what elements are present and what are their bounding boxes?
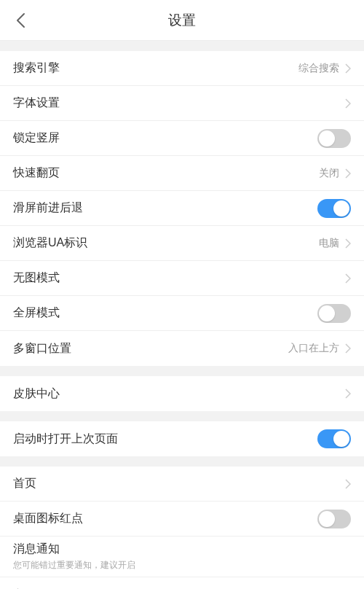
row-skin[interactable]: 皮肤中心 (0, 376, 364, 411)
back-button[interactable] (12, 12, 29, 29)
row-label: 全屏模式 (13, 305, 317, 321)
row-label: 滑屏前进后退 (13, 200, 317, 216)
row-value: 电脑 (319, 237, 339, 250)
chevron-right-icon (345, 479, 351, 489)
toggle-fullscreen[interactable] (317, 304, 351, 323)
row-label: 皮肤中心 (13, 386, 345, 402)
row-lock-portrait: 锁定竖屏 (0, 121, 364, 156)
row-label: 多窗口位置 (13, 341, 288, 356)
row-label: 首页 (13, 476, 345, 491)
settings-group: 皮肤中心 (0, 376, 364, 411)
row-font[interactable]: 字体设置 (0, 86, 364, 121)
row-label: 桌面图标红点 (13, 511, 317, 526)
chevron-right-icon (345, 343, 351, 354)
chevron-right-icon (345, 63, 351, 74)
section-spacer (0, 41, 364, 51)
row-label: 锁定竖屏 (13, 130, 317, 146)
row-sublabel: 您可能错过重要通知，建议开启 (13, 559, 351, 572)
section-spacer (0, 456, 364, 467)
settings-group: 启动时打开上次页面 (0, 421, 364, 456)
row-value: 入口在上方 (288, 342, 339, 355)
row-swipe-nav: 滑屏前进后退 (0, 191, 364, 226)
row-quick-page[interactable]: 快速翻页 关闭 (0, 156, 364, 191)
row-no-image[interactable]: 无图模式 (0, 261, 364, 296)
row-value: 关闭 (319, 167, 339, 180)
page-title: 设置 (0, 11, 364, 30)
row-notifications[interactable]: 消息通知 您可能错过重要通知，建议开启 (0, 537, 364, 577)
toggle-restore-pages[interactable] (317, 429, 351, 448)
section-spacer (0, 411, 364, 421)
toggle-swipe-nav[interactable] (317, 199, 351, 218)
section-spacer (0, 366, 364, 376)
settings-group: 首页 桌面图标红点 消息通知 您可能错过重要通知，建议开启 文件设置 (0, 467, 364, 589)
row-label: 快速翻页 (13, 165, 319, 181)
chevron-right-icon (345, 168, 351, 179)
row-desktop-badge: 桌面图标红点 (0, 502, 364, 537)
row-label: 字体设置 (13, 95, 345, 111)
chevron-right-icon (345, 238, 351, 249)
row-label: 搜索引擎 (13, 61, 298, 76)
row-value: 综合搜索 (298, 62, 339, 75)
row-fullscreen: 全屏模式 (0, 296, 364, 331)
chevron-right-icon (345, 389, 351, 399)
header: 设置 (0, 0, 364, 41)
chevron-left-icon (15, 12, 25, 28)
row-restore-pages: 启动时打开上次页面 (0, 421, 364, 456)
row-label: 消息通知 (13, 542, 351, 557)
toggle-lock-portrait[interactable] (317, 129, 351, 148)
row-file-settings[interactable]: 文件设置 (0, 577, 364, 589)
chevron-right-icon (345, 273, 351, 284)
chevron-right-icon (345, 98, 351, 109)
row-label: 启动时打开上次页面 (13, 432, 317, 447)
row-home[interactable]: 首页 (0, 467, 364, 502)
toggle-desktop-badge[interactable] (317, 510, 351, 528)
row-label: 无图模式 (13, 270, 345, 286)
row-multiwindow[interactable]: 多窗口位置 入口在上方 (0, 331, 364, 366)
row-search-engine[interactable]: 搜索引擎 综合搜索 (0, 51, 364, 86)
row-label: 浏览器UA标识 (13, 235, 319, 251)
row-ua[interactable]: 浏览器UA标识 电脑 (0, 226, 364, 261)
settings-group: 搜索引擎 综合搜索 字体设置 锁定竖屏 快速翻页 关闭 滑屏前进后退 浏览器UA… (0, 51, 364, 366)
